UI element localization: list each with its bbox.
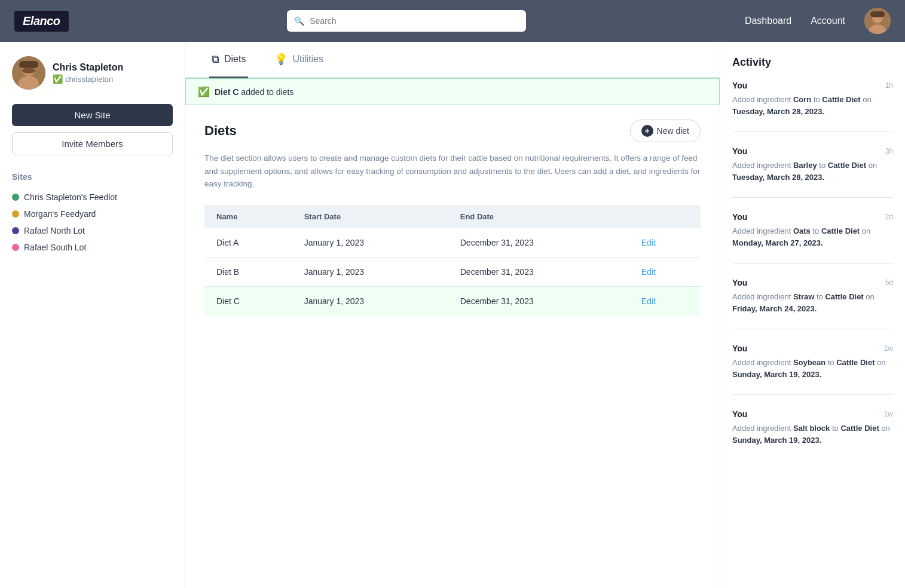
site-name: Morgan's Feedyard [24, 209, 96, 219]
header: Elanco 🔍 Dashboard Account [0, 0, 905, 42]
diet-edit-link[interactable]: Edit [641, 238, 656, 247]
diet-end-date: December 31, 2023 [448, 257, 629, 286]
table-body: Diet A January 1, 2023 December 31, 2023… [204, 228, 701, 316]
diet-name: Diet B [204, 257, 292, 286]
diets-title: Diets [204, 123, 237, 139]
col-actions [629, 205, 701, 228]
search-icon: 🔍 [294, 16, 304, 26]
activity-item-header: You 1h [732, 81, 893, 90]
diet-name: Diet A [204, 228, 292, 258]
verified-icon: ✅ [53, 74, 63, 84]
user-name: Chris Stapleton [53, 62, 123, 73]
diet-start-date: January 1, 2023 [292, 286, 448, 316]
activity-user: You [732, 212, 747, 222]
activity-list: You 1h Added ingredient Corn to Cattle D… [732, 81, 893, 460]
svg-rect-3 [870, 11, 885, 17]
user-details: Chris Stapleton ✅ chrisstapleton [53, 62, 123, 84]
activity-time: 1w [884, 410, 893, 418]
tab-utilities-label: Utilities [292, 54, 323, 65]
diet-end-date: December 31, 2023 [448, 228, 629, 258]
diets-section: Diets + New diet The diet section allows… [185, 105, 720, 330]
activity-user: You [732, 409, 747, 419]
activity-user: You [732, 278, 747, 287]
invite-members-button[interactable]: Invite Members [12, 132, 173, 155]
success-text: Diet C added to diets [215, 87, 293, 97]
col-end-date: End Date [448, 205, 629, 228]
site-item[interactable]: Rafael South Lot [12, 239, 173, 256]
activity-desc: Added ingredient Straw to Cattle Diet on… [732, 291, 893, 314]
site-item[interactable]: Rafael North Lot [12, 222, 173, 239]
activity-item: You 5d Added ingredient Straw to Cattle … [732, 278, 893, 329]
success-icon: ✅ [198, 86, 210, 97]
tabs-bar: ⧉ Diets 💡 Utilities [185, 42, 720, 78]
search-input[interactable] [287, 10, 526, 32]
site-dot [12, 194, 19, 201]
activity-item-header: You 1w [732, 409, 893, 419]
activity-desc: Added ingredient Soybean to Cattle Diet … [732, 357, 893, 380]
account-link[interactable]: Account [811, 16, 845, 26]
sites-section: Sites Chris Stapleton's Feedlot Morgan's… [12, 172, 173, 256]
table-row: Diet C January 1, 2023 December 31, 2023… [204, 286, 701, 316]
activity-item: You 2d Added ingredient Oats to Cattle D… [732, 212, 893, 264]
user-handle: chrisstapleton [65, 75, 113, 84]
activity-item-header: You 1w [732, 344, 893, 353]
activity-item: You 3h Added ingredient Barley to Cattle… [732, 146, 893, 198]
site-name: Rafael South Lot [24, 243, 86, 252]
elanco-logo: Elanco [14, 11, 69, 32]
site-name: Rafael North Lot [24, 226, 85, 235]
main-layout: Chris Stapleton ✅ chrisstapleton New Sit… [0, 42, 905, 588]
table-row: Diet B January 1, 2023 December 31, 2023… [204, 257, 701, 286]
diet-start-date: January 1, 2023 [292, 228, 448, 258]
search-area: 🔍 [287, 10, 526, 32]
header-nav: Dashboard Account [745, 8, 891, 34]
table-head: Name Start Date End Date [204, 205, 701, 228]
activity-item: You 1w Added ingredient Soybean to Cattl… [732, 344, 893, 395]
activity-user: You [732, 81, 747, 90]
sidebar-user-avatar [12, 56, 45, 90]
activity-item-header: You 5d [732, 278, 893, 287]
tab-diets[interactable]: ⧉ Diets [209, 42, 248, 78]
new-diet-label: New diet [657, 126, 689, 136]
plus-icon: + [641, 125, 653, 137]
diets-header: Diets + New diet [204, 120, 701, 142]
content-inner: ⧉ Diets 💡 Utilities ✅ Diet C added to di… [185, 42, 720, 588]
new-diet-button[interactable]: + New diet [630, 120, 701, 142]
content-area: ⧉ Diets 💡 Utilities ✅ Diet C added to di… [185, 42, 720, 588]
activity-desc: Added ingredient Salt block to Cattle Di… [732, 422, 893, 446]
activity-item-header: You 3h [732, 146, 893, 156]
tab-diets-label: Diets [224, 54, 246, 65]
activity-time: 2d [885, 213, 893, 221]
diets-table: Name Start Date End Date Diet A January … [204, 205, 701, 316]
site-item[interactable]: Chris Stapleton's Feedlot [12, 189, 173, 206]
site-name: Chris Stapleton's Feedlot [24, 192, 117, 202]
site-dot [12, 227, 19, 234]
col-start-date: Start Date [292, 205, 448, 228]
sidebar: Chris Stapleton ✅ chrisstapleton New Sit… [0, 42, 185, 588]
utilities-tab-icon: 💡 [274, 53, 288, 66]
activity-item-header: You 2d [732, 212, 893, 222]
svg-rect-7 [19, 61, 38, 68]
activity-desc: Added ingredient Oats to Cattle Diet on … [732, 225, 893, 249]
diet-edit-link[interactable]: Edit [641, 296, 656, 306]
user-info: Chris Stapleton ✅ chrisstapleton [12, 56, 173, 90]
sites-list: Chris Stapleton's Feedlot Morgan's Feedy… [12, 189, 173, 256]
activity-desc: Added ingredient Corn to Cattle Diet on … [732, 94, 893, 117]
user-avatar-header[interactable] [864, 8, 891, 34]
logo-area: Elanco [14, 11, 69, 32]
tab-utilities[interactable]: 💡 Utilities [272, 42, 326, 78]
site-dot [12, 210, 19, 218]
diets-description: The diet section allows users to create … [204, 152, 701, 191]
diet-edit-link[interactable]: Edit [641, 267, 656, 277]
activity-title: Activity [732, 56, 893, 69]
site-item[interactable]: Morgan's Feedyard [12, 206, 173, 222]
activity-time: 3h [885, 147, 893, 155]
table-header-row: Name Start Date End Date [204, 205, 701, 228]
new-site-button[interactable]: New Site [12, 104, 173, 126]
activity-item: You 1h Added ingredient Corn to Cattle D… [732, 81, 893, 132]
dashboard-link[interactable]: Dashboard [745, 16, 791, 26]
diet-name: Diet C [204, 286, 292, 316]
activity-time: 1w [884, 344, 893, 353]
activity-user: You [732, 146, 747, 156]
table-row: Diet A January 1, 2023 December 31, 2023… [204, 228, 701, 258]
success-banner: ✅ Diet C added to diets [185, 78, 720, 105]
